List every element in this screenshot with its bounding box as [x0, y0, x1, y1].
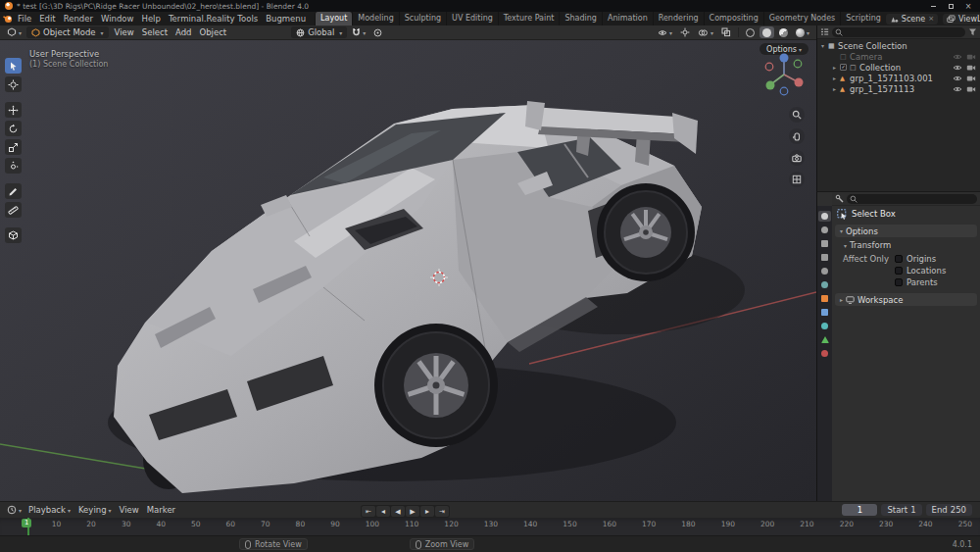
affect-only-option[interactable]: Locations — [895, 266, 946, 276]
collection-checkbox[interactable]: ✓ — [840, 64, 847, 71]
menubar-menu[interactable]: Bugmenu — [262, 12, 310, 25]
viewport-menu[interactable]: Select — [138, 25, 172, 39]
transform-tool[interactable] — [5, 158, 22, 174]
properties-tab-output[interactable] — [818, 238, 831, 249]
timeline-editor-icon[interactable] — [4, 504, 24, 516]
workspace-tab[interactable]: Modeling — [352, 12, 398, 25]
annotate-tool[interactable] — [5, 183, 22, 199]
hide-in-viewport-icon[interactable] — [953, 64, 962, 72]
shading-wireframe-button[interactable] — [743, 26, 758, 38]
workspace-section-header[interactable]: ▸ Workspace — [835, 293, 977, 306]
navigation-gizmo[interactable] — [758, 48, 810, 101]
toggle-ortho-icon[interactable] — [789, 172, 805, 187]
timeline-menu[interactable]: Playback — [24, 503, 74, 518]
menubar-menu[interactable]: Edit — [35, 12, 59, 25]
move-tool[interactable] — [5, 102, 22, 118]
properties-tab-data[interactable] — [818, 334, 831, 345]
properties-tab-viewlayer[interactable] — [818, 252, 831, 263]
blender-menu-icon[interactable] — [3, 14, 14, 24]
properties-tab-material[interactable] — [818, 348, 831, 359]
outliner-row[interactable]: ✓ grp_1_1571113 — [817, 83, 980, 94]
menubar-menu[interactable]: Render — [60, 12, 97, 25]
properties-tab-tool[interactable] — [818, 211, 831, 222]
menubar-menu[interactable]: Window — [97, 12, 138, 25]
mode-selector[interactable]: Object Mode — [26, 26, 109, 38]
show-overlays-button[interactable] — [695, 26, 716, 38]
rotate-tool[interactable] — [5, 121, 22, 136]
properties-tab-world[interactable] — [818, 279, 831, 290]
maximize-button[interactable] — [942, 1, 959, 12]
cursor-tool[interactable] — [5, 76, 22, 92]
workspace-tab[interactable]: Layout — [315, 12, 352, 25]
frame-start-field[interactable]: Start 1 — [881, 504, 921, 516]
viewport-canvas[interactable] — [0, 40, 816, 501]
viewport-menu[interactable]: Add — [172, 25, 195, 39]
timeline-menu[interactable]: View — [116, 503, 143, 518]
options-section-header[interactable]: ▾Options — [835, 225, 977, 237]
timeline-menu[interactable]: Keying — [74, 503, 116, 518]
outliner-row[interactable]: ✓ Camera — [817, 51, 980, 62]
transform-orientation[interactable]: Global — [291, 26, 347, 38]
menubar-menu[interactable]: Terminal.Reality Tools — [165, 12, 262, 25]
show-gizmo-button[interactable] — [677, 26, 693, 38]
proportional-editing-button[interactable] — [370, 26, 385, 38]
active-tool-row[interactable]: Select Box — [832, 206, 980, 222]
editor-type-button[interactable] — [4, 26, 24, 38]
move-view-icon[interactable] — [789, 128, 805, 144]
select-box-tool[interactable] — [5, 58, 22, 74]
outliner-row[interactable]: ✓ Scene Collection — [817, 40, 980, 51]
hide-in-viewport-icon[interactable] — [953, 75, 962, 82]
camera-view-icon[interactable] — [789, 150, 805, 166]
workspace-tab[interactable]: Geometry Nodes — [763, 12, 840, 25]
3d-viewport[interactable]: User Perspective (1) Scene Collection Op… — [0, 40, 816, 501]
toggle-xray-button[interactable] — [718, 26, 734, 38]
play-button[interactable] — [406, 506, 419, 517]
hide-in-viewport-icon[interactable] — [953, 53, 962, 61]
close-button[interactable]: × — [959, 1, 977, 12]
properties-tab-scene[interactable] — [818, 266, 831, 276]
properties-editor-icon[interactable] — [835, 194, 844, 203]
expand-icon[interactable] — [821, 42, 828, 49]
workspace-tab[interactable]: UV Editing — [446, 12, 498, 25]
expand-icon[interactable] — [833, 75, 840, 81]
minimize-button[interactable] — [924, 1, 942, 12]
filter-icon[interactable] — [968, 27, 977, 36]
properties-tab-physics[interactable] — [818, 321, 831, 331]
workspace-tab[interactable]: Shading — [559, 12, 602, 25]
next-keyframe-button[interactable] — [420, 506, 434, 517]
add-cube-tool[interactable] — [5, 227, 22, 243]
menubar-menu[interactable]: File — [14, 12, 35, 25]
viewlayer-selector[interactable]: ViewLayer × — [943, 14, 980, 25]
menubar-menu[interactable]: Help — [137, 12, 164, 25]
disable-in-render-icon[interactable] — [966, 75, 976, 82]
properties-tab-object[interactable] — [818, 293, 831, 304]
shading-rendered-button[interactable] — [793, 26, 812, 38]
current-frame-field[interactable]: 1 — [842, 504, 877, 516]
jump-to-start-button[interactable] — [362, 506, 375, 517]
outliner-search-input[interactable] — [832, 27, 965, 37]
unlink-scene-icon[interactable]: × — [928, 15, 934, 23]
viewport-menu[interactable]: View — [111, 25, 138, 39]
workspace-tab[interactable]: Texture Paint — [498, 12, 560, 25]
properties-tab-modifiers[interactable] — [818, 307, 831, 318]
transform-subsection-header[interactable]: ▾Transform — [844, 239, 975, 251]
outliner-row[interactable]: ✓ grp_1_1571103.001 — [817, 73, 980, 83]
disable-in-render-icon[interactable] — [966, 53, 976, 61]
outliner-row[interactable]: ✓ Collection — [817, 62, 980, 73]
measure-tool[interactable] — [5, 202, 22, 218]
affect-only-option[interactable]: Parents — [895, 277, 946, 287]
properties-search-input[interactable] — [847, 194, 977, 204]
expand-icon[interactable] — [833, 85, 840, 92]
shading-solid-button[interactable] — [760, 26, 774, 38]
timeline-ruler[interactable]: 1102030405060708090100110120130140150160… — [0, 518, 980, 535]
zoom-view-icon[interactable] — [789, 107, 805, 123]
workspace-tab[interactable]: Compositing — [704, 12, 763, 25]
workspace-tab[interactable]: Rendering — [653, 12, 704, 25]
scene-selector[interactable]: Scene × — [886, 14, 938, 25]
workspace-tab[interactable]: Animation — [602, 12, 653, 25]
shading-material-button[interactable] — [776, 26, 791, 38]
hide-in-viewport-icon[interactable] — [953, 85, 962, 93]
timeline-playhead[interactable]: 1 — [22, 518, 35, 535]
snapping-button[interactable] — [349, 26, 368, 38]
workspace-tab[interactable]: Sculpting — [399, 12, 446, 25]
